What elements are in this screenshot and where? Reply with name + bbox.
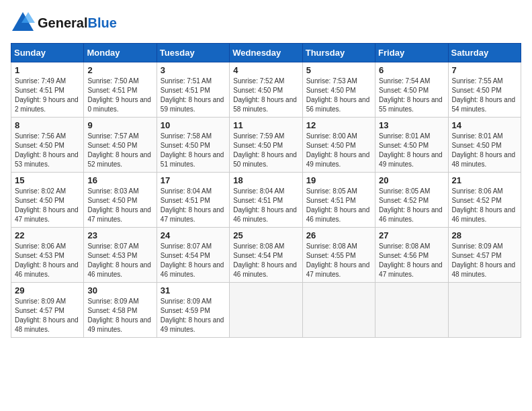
day-number: 5	[306, 65, 371, 75]
calendar-day-cell: 1Sunrise: 7:49 AMSunset: 4:51 PMDaylight…	[11, 62, 84, 118]
calendar-day-cell: 7Sunrise: 7:55 AMSunset: 4:50 PMDaylight…	[448, 62, 521, 118]
day-detail: Sunrise: 7:57 AMSunset: 4:50 PMDaylight:…	[87, 132, 152, 169]
day-detail: Sunrise: 8:07 AMSunset: 4:54 PMDaylight:…	[161, 242, 226, 279]
day-number: 11	[233, 120, 298, 130]
calendar-day-cell: 4Sunrise: 7:52 AMSunset: 4:50 PMDaylight…	[230, 62, 302, 118]
day-number: 4	[233, 65, 298, 75]
weekday-header: Monday	[84, 44, 157, 62]
day-detail: Sunrise: 8:04 AMSunset: 4:51 PMDaylight:…	[233, 187, 298, 224]
day-number: 23	[87, 230, 152, 240]
day-number: 9	[87, 120, 152, 130]
day-number: 28	[452, 230, 517, 240]
day-detail: Sunrise: 8:01 AMSunset: 4:50 PMDaylight:…	[379, 132, 444, 169]
day-number: 20	[379, 175, 444, 185]
calendar-day-cell: 30Sunrise: 8:09 AMSunset: 4:58 PMDayligh…	[84, 283, 157, 338]
calendar-day-cell: 28Sunrise: 8:09 AMSunset: 4:57 PMDayligh…	[448, 228, 521, 283]
day-detail: Sunrise: 8:07 AMSunset: 4:53 PMDaylight:…	[87, 242, 152, 279]
day-detail: Sunrise: 8:05 AMSunset: 4:52 PMDaylight:…	[379, 187, 444, 224]
logo: GeneralBlue	[11, 11, 117, 35]
calendar-day-cell	[230, 283, 302, 338]
calendar-day-cell: 3Sunrise: 7:51 AMSunset: 4:51 PMDaylight…	[157, 62, 229, 118]
day-number: 25	[233, 230, 298, 240]
day-detail: Sunrise: 8:09 AMSunset: 4:57 PMDaylight:…	[452, 242, 517, 279]
calendar-day-cell: 22Sunrise: 8:06 AMSunset: 4:53 PMDayligh…	[11, 228, 84, 283]
day-detail: Sunrise: 8:09 AMSunset: 4:59 PMDaylight:…	[161, 297, 226, 334]
calendar-day-cell: 23Sunrise: 8:07 AMSunset: 4:53 PMDayligh…	[84, 228, 157, 283]
page-header: GeneralBlue	[11, 11, 521, 35]
day-detail: Sunrise: 7:59 AMSunset: 4:50 PMDaylight:…	[233, 132, 298, 169]
day-number: 18	[233, 175, 298, 185]
day-number: 1	[15, 65, 80, 75]
calendar-day-cell: 2Sunrise: 7:50 AMSunset: 4:51 PMDaylight…	[84, 62, 157, 118]
calendar-day-cell: 31Sunrise: 8:09 AMSunset: 4:59 PMDayligh…	[157, 283, 229, 338]
calendar-week-row: 29Sunrise: 8:09 AMSunset: 4:57 PMDayligh…	[11, 283, 521, 338]
calendar-week-row: 8Sunrise: 7:56 AMSunset: 4:50 PMDaylight…	[11, 118, 521, 173]
day-detail: Sunrise: 7:52 AMSunset: 4:50 PMDaylight:…	[233, 77, 298, 114]
calendar-week-row: 1Sunrise: 7:49 AMSunset: 4:51 PMDaylight…	[11, 62, 521, 118]
calendar-day-cell: 20Sunrise: 8:05 AMSunset: 4:52 PMDayligh…	[375, 173, 448, 228]
calendar-table: SundayMondayTuesdayWednesdayThursdayFrid…	[11, 43, 521, 338]
day-detail: Sunrise: 8:08 AMSunset: 4:56 PMDaylight:…	[379, 242, 444, 279]
day-number: 3	[161, 65, 226, 75]
day-number: 22	[15, 230, 80, 240]
logo-blue: Blue	[87, 15, 116, 30]
day-number: 30	[87, 285, 152, 295]
calendar-day-cell: 18Sunrise: 8:04 AMSunset: 4:51 PMDayligh…	[230, 173, 302, 228]
weekday-header: Saturday	[448, 44, 521, 62]
calendar-day-cell: 26Sunrise: 8:08 AMSunset: 4:55 PMDayligh…	[302, 228, 375, 283]
day-number: 24	[161, 230, 226, 240]
day-detail: Sunrise: 8:09 AMSunset: 4:58 PMDaylight:…	[87, 297, 152, 334]
day-detail: Sunrise: 7:50 AMSunset: 4:51 PMDaylight:…	[87, 77, 152, 114]
calendar-day-cell	[448, 283, 521, 338]
day-number: 27	[379, 230, 444, 240]
weekday-header: Wednesday	[230, 44, 302, 62]
day-number: 10	[161, 120, 226, 130]
day-number: 7	[452, 65, 517, 75]
day-detail: Sunrise: 7:51 AMSunset: 4:51 PMDaylight:…	[161, 77, 226, 114]
calendar-day-cell: 8Sunrise: 7:56 AMSunset: 4:50 PMDaylight…	[11, 118, 84, 173]
day-detail: Sunrise: 7:53 AMSunset: 4:50 PMDaylight:…	[306, 77, 371, 114]
logo-icon	[11, 11, 35, 35]
day-detail: Sunrise: 7:54 AMSunset: 4:50 PMDaylight:…	[379, 77, 444, 114]
day-detail: Sunrise: 8:02 AMSunset: 4:50 PMDaylight:…	[15, 187, 80, 224]
day-detail: Sunrise: 8:06 AMSunset: 4:52 PMDaylight:…	[452, 187, 517, 224]
calendar-day-cell: 15Sunrise: 8:02 AMSunset: 4:50 PMDayligh…	[11, 173, 84, 228]
day-detail: Sunrise: 8:06 AMSunset: 4:53 PMDaylight:…	[15, 242, 80, 279]
day-detail: Sunrise: 7:56 AMSunset: 4:50 PMDaylight:…	[15, 132, 80, 169]
weekday-header-row: SundayMondayTuesdayWednesdayThursdayFrid…	[11, 44, 521, 62]
day-detail: Sunrise: 7:58 AMSunset: 4:50 PMDaylight:…	[161, 132, 226, 169]
calendar-day-cell: 12Sunrise: 8:00 AMSunset: 4:50 PMDayligh…	[302, 118, 375, 173]
day-detail: Sunrise: 8:00 AMSunset: 4:50 PMDaylight:…	[306, 132, 371, 169]
logo-general: General	[38, 15, 87, 30]
calendar-day-cell: 21Sunrise: 8:06 AMSunset: 4:52 PMDayligh…	[448, 173, 521, 228]
day-detail: Sunrise: 8:09 AMSunset: 4:57 PMDaylight:…	[15, 297, 80, 334]
day-number: 26	[306, 230, 371, 240]
day-detail: Sunrise: 8:03 AMSunset: 4:50 PMDaylight:…	[87, 187, 152, 224]
day-number: 2	[87, 65, 152, 75]
calendar-day-cell: 9Sunrise: 7:57 AMSunset: 4:50 PMDaylight…	[84, 118, 157, 173]
calendar-day-cell	[302, 283, 375, 338]
calendar-day-cell: 6Sunrise: 7:54 AMSunset: 4:50 PMDaylight…	[375, 62, 448, 118]
calendar-day-cell: 19Sunrise: 8:05 AMSunset: 4:51 PMDayligh…	[302, 173, 375, 228]
day-number: 29	[15, 285, 80, 295]
calendar-day-cell: 13Sunrise: 8:01 AMSunset: 4:50 PMDayligh…	[375, 118, 448, 173]
weekday-header: Friday	[375, 44, 448, 62]
day-number: 13	[379, 120, 444, 130]
day-number: 15	[15, 175, 80, 185]
calendar-day-cell: 11Sunrise: 7:59 AMSunset: 4:50 PMDayligh…	[230, 118, 302, 173]
day-number: 17	[161, 175, 226, 185]
weekday-header: Tuesday	[157, 44, 229, 62]
calendar-week-row: 22Sunrise: 8:06 AMSunset: 4:53 PMDayligh…	[11, 228, 521, 283]
day-detail: Sunrise: 8:01 AMSunset: 4:50 PMDaylight:…	[452, 132, 517, 169]
day-detail: Sunrise: 7:55 AMSunset: 4:50 PMDaylight:…	[452, 77, 517, 114]
day-number: 31	[161, 285, 226, 295]
day-detail: Sunrise: 8:08 AMSunset: 4:54 PMDaylight:…	[233, 242, 298, 279]
calendar-day-cell: 5Sunrise: 7:53 AMSunset: 4:50 PMDaylight…	[302, 62, 375, 118]
day-number: 19	[306, 175, 371, 185]
calendar-week-row: 15Sunrise: 8:02 AMSunset: 4:50 PMDayligh…	[11, 173, 521, 228]
day-detail: Sunrise: 8:04 AMSunset: 4:51 PMDaylight:…	[161, 187, 226, 224]
calendar-day-cell: 27Sunrise: 8:08 AMSunset: 4:56 PMDayligh…	[375, 228, 448, 283]
day-number: 6	[379, 65, 444, 75]
calendar-day-cell: 25Sunrise: 8:08 AMSunset: 4:54 PMDayligh…	[230, 228, 302, 283]
calendar-day-cell: 24Sunrise: 8:07 AMSunset: 4:54 PMDayligh…	[157, 228, 229, 283]
